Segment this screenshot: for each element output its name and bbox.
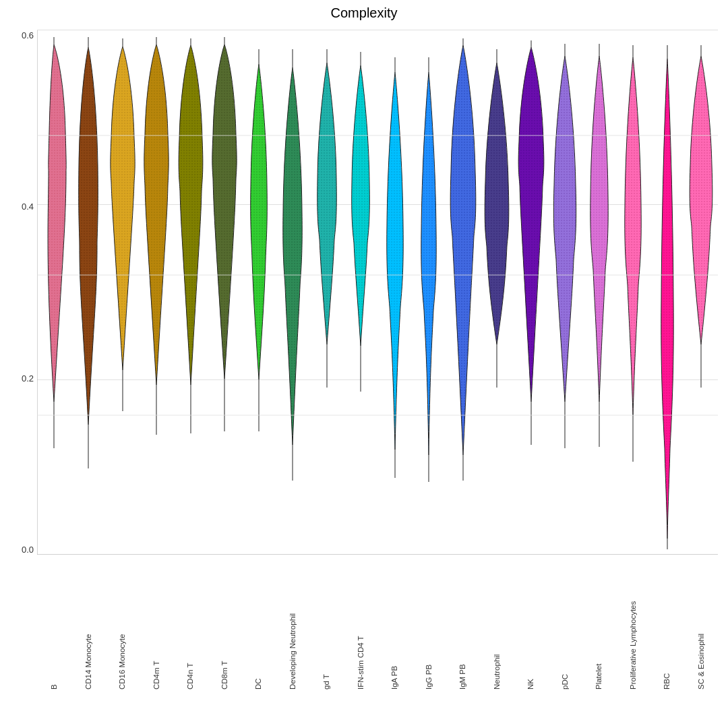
violin-IgGPB bbox=[421, 57, 436, 482]
violin-B bbox=[48, 37, 66, 448]
violin-CD8mT bbox=[212, 37, 237, 431]
y-axis: 0.6 0.4 0.2 0.0 bbox=[10, 30, 37, 555]
chart-container: Complexity 0.6 0.4 0.2 0.0 bbox=[0, 0, 728, 703]
violin-svg bbox=[37, 30, 718, 555]
violin-SCEosinophil bbox=[690, 45, 712, 388]
violin-gdT bbox=[317, 49, 337, 388]
violin-DevelopingNeutrophil bbox=[283, 49, 302, 481]
x-label-DevelopingNeutrophil: Developing Neutrophil bbox=[289, 555, 297, 690]
x-label-Neutrophil: Neutrophil bbox=[493, 555, 501, 690]
x-label-ProliferativeLymphocytes: Proliferative Lymphocytes bbox=[629, 555, 637, 690]
chart-title: Complexity bbox=[331, 5, 398, 21]
x-label-IgAPB: IgA PB bbox=[390, 555, 398, 690]
x-label-CD8mT: CD8m T bbox=[220, 555, 229, 690]
violin-CD16Monocyte bbox=[111, 38, 135, 411]
x-label-CD14Monocyte: CD14 Monocyte bbox=[84, 555, 92, 690]
x-label-Platelet: Platelet bbox=[595, 555, 603, 690]
violin-CD4mT bbox=[144, 37, 169, 435]
x-label-CD16Monocyte: CD16 Monocyte bbox=[118, 555, 126, 690]
y-tick-04: 0.4 bbox=[22, 202, 37, 212]
x-labels: B CD14 Monocyte CD16 Monocyte CD4m T CD4… bbox=[37, 555, 718, 696]
violin-IgMPB bbox=[450, 38, 476, 481]
x-label-gdT: gd T bbox=[322, 555, 330, 690]
violin-IFNstimCD4T bbox=[352, 52, 370, 392]
violin-NK bbox=[518, 40, 544, 445]
x-label-DC: DC bbox=[254, 555, 262, 690]
x-label-IFNstimCD4T: IFN-stim CD4 T bbox=[357, 555, 365, 690]
x-label-B: B bbox=[50, 555, 58, 690]
y-tick-00: 0.0 bbox=[22, 545, 37, 555]
violin-DC bbox=[251, 49, 268, 431]
x-label-IgGPB: IgG PB bbox=[425, 555, 433, 690]
x-label-IgMPB: IgM PB bbox=[458, 555, 466, 690]
violin-Neutrophil bbox=[485, 49, 509, 388]
x-label-pDC: pDC bbox=[561, 555, 569, 690]
violin-ProliferativeLymphocytes bbox=[625, 45, 641, 462]
y-tick-02: 0.2 bbox=[22, 373, 37, 384]
x-label-NK: NK bbox=[526, 555, 535, 690]
x-label-CD4nT: CD4n T bbox=[186, 555, 194, 690]
y-tick-06: 0.6 bbox=[22, 30, 37, 40]
x-label-SCEosinophil: SC & Eosinophil bbox=[697, 555, 705, 690]
violin-Platelet bbox=[590, 44, 608, 447]
violins-area bbox=[37, 30, 718, 555]
violin-pDC bbox=[553, 44, 576, 448]
violin-CD14Monocyte bbox=[79, 37, 98, 468]
x-label-RBC: RBC bbox=[663, 555, 671, 690]
violin-IgAPB bbox=[387, 57, 403, 478]
x-label-CD4mT: CD4m T bbox=[152, 555, 160, 690]
violin-CD4nT bbox=[179, 38, 203, 433]
violin-RBC bbox=[661, 45, 673, 549]
